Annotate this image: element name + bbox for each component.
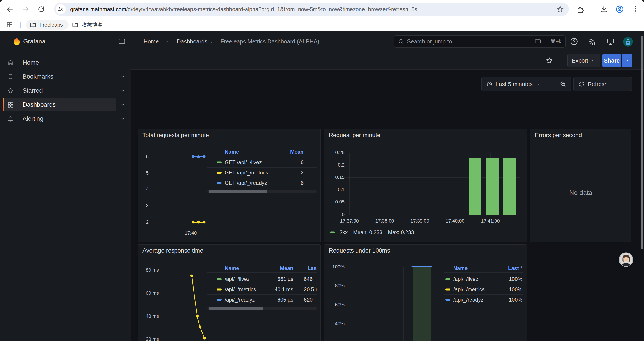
bookmark-folder-blogs[interactable]: 收藏博客	[68, 20, 108, 30]
series-color-dash	[446, 299, 450, 301]
news-rss-icon[interactable]	[588, 38, 596, 46]
active-item-background	[3, 98, 116, 111]
column-header-mean[interactable]: Mean	[270, 149, 304, 155]
time-range-label: Last 5 minutes	[496, 81, 533, 88]
toolbar-divider	[592, 6, 592, 13]
refresh-icon	[578, 81, 584, 87]
column-header-name[interactable]: Name	[453, 265, 468, 271]
bookmark-star-icon[interactable]	[556, 6, 564, 13]
help-icon[interactable]	[570, 37, 578, 46]
page-scrollbar-thumb[interactable]	[641, 36, 643, 249]
column-header-name[interactable]: Name	[225, 149, 239, 155]
chevron-down-icon[interactable]	[120, 88, 126, 93]
search-input[interactable]: Search or jump to... ⌘+k	[394, 35, 566, 48]
panel-under-100ms[interactable]: Requests under 100ms 100% 80% 60% 40% 20…	[324, 244, 527, 341]
apps-grid-icon[interactable]	[6, 21, 13, 28]
series-color-dash	[216, 288, 222, 290]
url-text[interactable]: grafana.mathmast.com/d/deytv4rwavabkb/fr…	[70, 3, 552, 16]
series-color-dash	[216, 299, 222, 301]
forward-icon[interactable]	[22, 5, 30, 13]
series-color-dash	[446, 288, 450, 290]
bookmark-icon	[7, 73, 14, 80]
star-icon	[7, 87, 14, 94]
share-menu-button[interactable]	[622, 54, 632, 67]
extensions-icon[interactable]	[576, 5, 584, 13]
back-icon[interactable]	[6, 5, 14, 13]
series-color-dash	[216, 182, 222, 184]
export-button-label: Export	[572, 57, 588, 64]
sidebar-item-label: Dashboards	[22, 101, 56, 108]
sidebar-item-starred[interactable]: Starred	[0, 84, 131, 98]
dashboards-grid-icon	[7, 101, 14, 108]
bookmark-folder-freeleaps[interactable]: Freeleaps	[26, 20, 68, 30]
bookmark-label: Freeleaps	[40, 22, 63, 28]
legend-series-name[interactable]: 2xx	[340, 229, 348, 235]
refresh-button[interactable]: Refresh	[574, 78, 620, 91]
breadcrumb-dashboards[interactable]: Dashboards	[177, 38, 207, 45]
chevron-down-icon	[624, 82, 628, 87]
table-scrollbar-thumb[interactable]	[209, 190, 268, 193]
table-scrollbar-thumb[interactable]	[209, 307, 264, 310]
chart-legend: 2xx Mean: 0.233 Max: 0.233	[324, 129, 527, 242]
sidebar-item-label: Alerting	[22, 115, 44, 122]
grafana-app: Grafana Home › Dashboards › Freeleaps Me…	[0, 31, 644, 341]
profile-icon[interactable]	[616, 5, 624, 14]
export-button[interactable]: Export	[567, 54, 600, 67]
panel-total-requests[interactable]: Total requests per minute 6 5 4 3 2	[138, 129, 321, 242]
sidebar-item-alerting[interactable]: Alerting	[0, 112, 131, 126]
column-header-last[interactable]: Last *	[489, 265, 522, 271]
legend-max: Max: 0.233	[388, 229, 414, 235]
assistant-avatar[interactable]	[619, 252, 633, 267]
reload-icon[interactable]	[38, 6, 45, 13]
url-bar[interactable]: grafana.mathmast.com/d/deytv4rwavabkb/fr…	[54, 3, 569, 16]
refresh-interval-button[interactable]	[620, 78, 632, 91]
refresh-controls-group: Refresh	[574, 77, 632, 91]
series-color-dash	[216, 172, 222, 174]
user-avatar[interactable]	[623, 37, 633, 47]
grafana-header: Grafana Home › Dashboards › Freeleaps Me…	[0, 31, 644, 52]
dock-sidebar-icon[interactable]	[118, 38, 126, 46]
sidebar-item-label: Bookmarks	[22, 73, 53, 80]
site-settings-icon[interactable]	[56, 4, 66, 14]
panel-request-per-minute[interactable]: Request per minute 0.25 0.2 0.15 0.1 0.0…	[324, 129, 527, 242]
panel-avg-response-time[interactable]: Average response time 80 ms 60 ms 40 ms …	[138, 244, 321, 341]
sidebar-item-bookmarks[interactable]: Bookmarks	[0, 70, 131, 84]
breadcrumb-separator: ›	[211, 38, 212, 45]
sidebar-item-dashboards[interactable]: Dashboards	[0, 98, 131, 112]
column-header-last[interactable]: Las	[308, 265, 316, 271]
search-icon	[398, 38, 404, 45]
bookmark-label: 收藏博客	[82, 21, 102, 28]
sidebar-item-label: Home	[22, 59, 39, 66]
monitor-icon[interactable]	[607, 38, 615, 46]
sidebar-item-home[interactable]: Home	[0, 56, 131, 70]
panel-errors-per-second[interactable]: Errors per second No data	[530, 129, 631, 242]
legend-table: Name Mean Las /api/_/livez 661 µs 646 /a…	[138, 245, 321, 341]
zoom-out-icon	[560, 81, 566, 87]
download-icon[interactable]	[600, 5, 608, 13]
breadcrumb-home[interactable]: Home	[144, 38, 159, 45]
dashboard-toolbar: Export Share	[131, 52, 644, 70]
column-header-mean[interactable]: Mean	[261, 265, 293, 271]
share-button[interactable]: Share	[602, 54, 621, 67]
chevron-down-icon	[624, 58, 629, 63]
menu-icon[interactable]	[632, 5, 639, 14]
refresh-label: Refresh	[588, 81, 608, 88]
folder-icon	[30, 22, 36, 28]
zoom-out-button[interactable]	[556, 78, 571, 91]
series-color-dash	[330, 231, 335, 233]
favorite-star-icon[interactable]	[546, 57, 553, 64]
active-item-accent	[3, 98, 4, 111]
chevron-down-icon[interactable]	[120, 102, 126, 107]
search-shortcut: ⌘+k	[550, 38, 561, 45]
breadcrumb-separator: ›	[166, 38, 168, 45]
series-color-dash	[216, 278, 222, 280]
column-header-name[interactable]: Name	[225, 265, 239, 271]
time-range-picker[interactable]: Last 5 minutes	[482, 78, 555, 91]
browser-window: grafana.mathmast.com/d/deytv4rwavabkb/fr…	[0, 0, 644, 341]
chevron-down-icon[interactable]	[120, 116, 126, 121]
grafana-logo[interactable]	[12, 37, 21, 47]
panel-title: Errors per second	[535, 132, 582, 139]
search-placeholder: Search or jump to...	[407, 38, 457, 45]
url-path: /d/deytv4rwavabkb/freeleaps-metrics-dash…	[126, 6, 417, 12]
chevron-down-icon[interactable]	[120, 74, 126, 79]
